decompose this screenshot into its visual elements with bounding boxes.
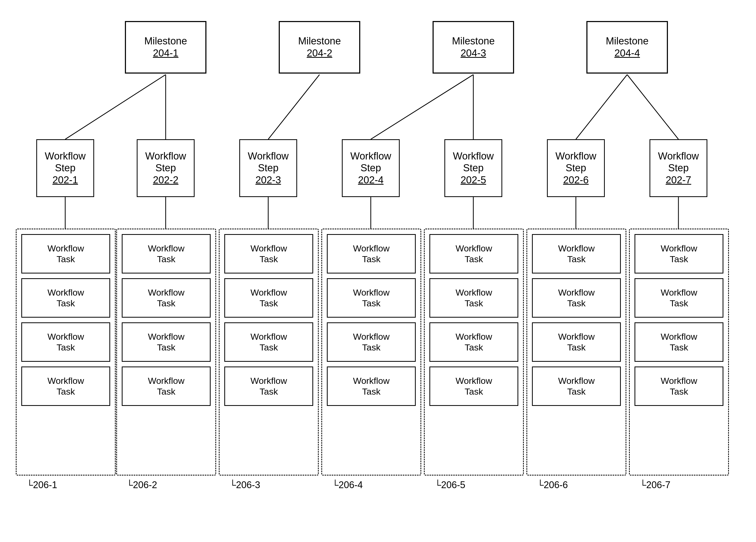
step-id: 202-4 xyxy=(358,174,383,186)
task-206-3-4: WorkflowTask xyxy=(224,366,313,406)
step-202-1: WorkflowStep 202-1 xyxy=(36,139,94,197)
task-206-7-4: WorkflowTask xyxy=(635,366,723,406)
milestone-label: Milestone xyxy=(298,35,341,47)
svg-line-3 xyxy=(371,75,473,139)
group-206-7: WorkflowTask WorkflowTask WorkflowTask W… xyxy=(629,229,729,475)
step-id: 202-5 xyxy=(460,174,486,186)
group-label-206-1: └206-1 xyxy=(26,479,57,490)
group-label-206-5: └206-5 xyxy=(434,479,465,490)
task-206-6-1: WorkflowTask xyxy=(532,234,621,273)
task-206-2-2: WorkflowTask xyxy=(122,278,211,317)
milestone-id: 204-3 xyxy=(460,47,486,59)
task-206-4-2: WorkflowTask xyxy=(327,278,416,317)
task-206-7-2: WorkflowTask xyxy=(635,278,723,317)
step-label: WorkflowStep xyxy=(658,150,699,174)
milestone-label: Milestone xyxy=(606,35,649,47)
group-206-6: WorkflowTask WorkflowTask WorkflowTask W… xyxy=(526,229,626,475)
group-label-206-4: └206-4 xyxy=(332,479,363,490)
svg-line-2 xyxy=(268,75,319,139)
step-label: WorkflowStep xyxy=(248,150,289,174)
task-206-1-4: WorkflowTask xyxy=(21,366,110,406)
task-206-3-1: WorkflowTask xyxy=(224,234,313,273)
step-202-5: WorkflowStep 202-5 xyxy=(444,139,502,197)
workflow-diagram: Milestone 204-1 Milestone 204-2 Mileston… xyxy=(0,0,756,542)
step-202-6: WorkflowStep 202-6 xyxy=(547,139,605,197)
milestone-id: 204-2 xyxy=(307,47,332,59)
step-id: 202-1 xyxy=(52,174,78,186)
task-206-2-3: WorkflowTask xyxy=(122,322,211,362)
task-206-5-3: WorkflowTask xyxy=(429,322,518,362)
step-id: 202-2 xyxy=(153,174,178,186)
step-202-2: WorkflowStep 202-2 xyxy=(137,139,195,197)
task-206-1-3: WorkflowTask xyxy=(21,322,110,362)
milestone-204-4: Milestone 204-4 xyxy=(586,21,668,74)
group-206-2: WorkflowTask WorkflowTask WorkflowTask W… xyxy=(116,229,216,475)
task-206-5-1: WorkflowTask xyxy=(429,234,518,273)
task-206-3-2: WorkflowTask xyxy=(224,278,313,317)
step-label: WorkflowStep xyxy=(350,150,391,174)
group-206-3: WorkflowTask WorkflowTask WorkflowTask W… xyxy=(219,229,319,475)
step-202-4: WorkflowStep 202-4 xyxy=(342,139,400,197)
svg-line-6 xyxy=(627,75,678,139)
step-id: 202-7 xyxy=(666,174,691,186)
task-206-2-4: WorkflowTask xyxy=(122,366,211,406)
task-206-5-2: WorkflowTask xyxy=(429,278,518,317)
task-206-6-4: WorkflowTask xyxy=(532,366,621,406)
group-206-5: WorkflowTask WorkflowTask WorkflowTask W… xyxy=(424,229,524,475)
milestone-label: Milestone xyxy=(452,35,495,47)
step-id: 202-3 xyxy=(255,174,281,186)
step-202-7: WorkflowStep 202-7 xyxy=(650,139,707,197)
step-id: 202-6 xyxy=(563,174,588,186)
task-206-4-1: WorkflowTask xyxy=(327,234,416,273)
group-label-206-6: └206-6 xyxy=(537,479,568,490)
task-206-2-1: WorkflowTask xyxy=(122,234,211,273)
task-206-1-1: WorkflowTask xyxy=(21,234,110,273)
step-label: WorkflowStep xyxy=(453,150,494,174)
group-label-206-3: └206-3 xyxy=(229,479,260,490)
milestone-204-3: Milestone 204-3 xyxy=(433,21,514,74)
group-label-206-2: └206-2 xyxy=(126,479,157,490)
task-206-7-1: WorkflowTask xyxy=(635,234,723,273)
task-206-7-3: WorkflowTask xyxy=(635,322,723,362)
task-206-6-2: WorkflowTask xyxy=(532,278,621,317)
task-206-3-3: WorkflowTask xyxy=(224,322,313,362)
group-label-206-7: └206-7 xyxy=(640,479,671,490)
step-label: WorkflowStep xyxy=(145,150,186,174)
task-206-5-4: WorkflowTask xyxy=(429,366,518,406)
task-206-4-4: WorkflowTask xyxy=(327,366,416,406)
milestone-id: 204-4 xyxy=(614,47,640,59)
group-206-4: WorkflowTask WorkflowTask WorkflowTask W… xyxy=(321,229,421,475)
task-206-6-3: WorkflowTask xyxy=(532,322,621,362)
step-202-3: WorkflowStep 202-3 xyxy=(239,139,297,197)
svg-line-0 xyxy=(65,75,166,139)
milestone-204-1: Milestone 204-1 xyxy=(125,21,206,74)
group-206-1: WorkflowTask WorkflowTask WorkflowTask W… xyxy=(16,229,116,475)
milestone-id: 204-1 xyxy=(153,47,178,59)
step-label: WorkflowStep xyxy=(45,150,86,174)
svg-line-5 xyxy=(576,75,627,139)
task-206-4-3: WorkflowTask xyxy=(327,322,416,362)
task-206-1-2: WorkflowTask xyxy=(21,278,110,317)
step-label: WorkflowStep xyxy=(555,150,596,174)
milestone-label: Milestone xyxy=(144,35,187,47)
milestone-204-2: Milestone 204-2 xyxy=(279,21,360,74)
